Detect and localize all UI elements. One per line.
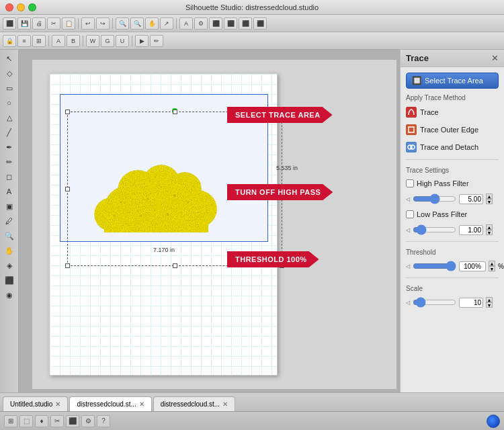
bt-media2[interactable]: ⬛ [66, 415, 79, 427]
threshold-down[interactable]: ▼ [489, 266, 495, 271]
arrow-high-pass: TURN OFF HIGH PASS [227, 184, 333, 200]
tool-4[interactable]: ⬛ [253, 17, 267, 30]
lt-line[interactable]: ╱ [2, 126, 17, 139]
lt-blade[interactable]: ◈ [2, 259, 17, 272]
handle-top-center[interactable] [173, 110, 177, 114]
tool-select[interactable]: ⬛ [3, 17, 16, 30]
tool-text[interactable]: A [179, 17, 193, 30]
tool-2[interactable]: ⬛ [224, 17, 237, 30]
lt-eyedropper[interactable]: 🖊 [2, 214, 17, 228]
tab-untitled[interactable]: Untitled.studio ✕ [3, 396, 68, 411]
high-pass-down[interactable]: ▼ [486, 199, 493, 204]
tab-distressedcloud-2[interactable]: distressedcloud.st... ✕ [153, 396, 235, 411]
left-toolbar: ↖ ◇ ▭ ○ △ ╱ ✒ ✏ ◻ A ▣ 🖊 🔍 ✋ ◈ ⬛ ◉ [0, 50, 19, 392]
tab-bar: Untitled.studio ✕ distressedcloud.st... … [0, 392, 504, 411]
scale-slider[interactable] [413, 299, 456, 306]
tool2-distribute[interactable]: ⊞ [32, 35, 46, 47]
high-pass-up[interactable]: ▲ [486, 194, 493, 199]
lt-pan[interactable]: ✋ [2, 244, 17, 257]
tool-save[interactable]: 💾 [17, 17, 31, 30]
tool-zoom-in[interactable]: 🔍 [116, 17, 129, 30]
tool2-group[interactable]: G [101, 35, 114, 47]
tool2-edit[interactable]: ✏ [150, 35, 163, 47]
scale-input[interactable] [459, 298, 483, 308]
tab-distressedcloud-2-close[interactable]: ✕ [222, 400, 228, 408]
cloud-image [74, 135, 249, 249]
svg-point-12 [161, 187, 162, 188]
select-trace-area-button[interactable]: 🔲 Select Trace Area [406, 73, 499, 89]
tool2-ungroup[interactable]: U [116, 35, 129, 47]
method-detach[interactable]: Trace and Detach [406, 140, 499, 154]
tool2-align[interactable]: ≡ [17, 35, 31, 47]
bt-cut[interactable]: ✂ [50, 415, 64, 427]
bt-help[interactable]: ? [97, 415, 110, 427]
lt-send[interactable]: ◉ [2, 288, 17, 302]
minimize-button[interactable] [17, 3, 25, 11]
tool2-lock[interactable]: 🔒 [3, 35, 16, 47]
scale-up[interactable]: ▲ [486, 297, 493, 302]
high-pass-checkbox[interactable] [406, 179, 414, 187]
high-pass-slider[interactable] [413, 196, 456, 202]
low-pass-down[interactable]: ▼ [486, 230, 493, 235]
close-button[interactable] [5, 3, 13, 11]
lt-pointer[interactable]: ↖ [2, 52, 17, 65]
svg-rect-22 [409, 127, 414, 132]
scale-down[interactable]: ▼ [486, 302, 493, 308]
tab-distressedcloud-1-close[interactable]: ✕ [139, 400, 144, 408]
canvas-area: ✕ [19, 50, 400, 392]
lt-rectangle[interactable]: ▭ [2, 81, 17, 95]
tab-distressedcloud-1[interactable]: distressedcloud.st... ✕ [69, 396, 151, 411]
low-pass-slider[interactable] [413, 226, 456, 233]
handle-top-left[interactable] [65, 110, 70, 114]
lt-polygon[interactable]: △ [2, 111, 17, 124]
tool2-weld[interactable]: W [86, 35, 99, 47]
low-pass-input[interactable] [459, 225, 483, 235]
lt-node[interactable]: ◇ [2, 67, 17, 80]
lt-media[interactable]: ⬛ [2, 273, 17, 287]
tool-undo[interactable]: ↩ [81, 17, 95, 30]
bt-settings2[interactable]: ⚙ [81, 415, 95, 427]
window-controls[interactable] [5, 3, 36, 11]
low-pass-up[interactable]: ▲ [486, 224, 493, 230]
tool-redo[interactable]: ↪ [96, 17, 110, 30]
lt-eraser[interactable]: ◻ [2, 170, 17, 183]
tool-zoom-out[interactable]: 🔍 [130, 17, 144, 30]
tool-1[interactable]: ⬛ [209, 17, 222, 30]
tool-print[interactable]: 🖨 [32, 17, 46, 30]
lt-pen[interactable]: ✒ [2, 140, 17, 154]
tool2-bold[interactable]: B [67, 35, 80, 47]
lt-text[interactable]: A [2, 185, 17, 198]
handle-bot-left[interactable] [65, 263, 70, 268]
handle-mid-left[interactable] [65, 187, 70, 191]
tool-rotate[interactable]: ↗ [160, 17, 173, 30]
bt-layers[interactable]: ⬚ [19, 415, 33, 427]
threshold-up[interactable]: ▲ [489, 261, 495, 266]
lt-zoom[interactable]: 🔍 [2, 229, 17, 243]
bt-grid[interactable]: ⊞ [4, 415, 17, 427]
threshold-input[interactable] [459, 261, 486, 271]
handle-bot-center[interactable] [173, 263, 177, 268]
lt-pencil[interactable]: ✏ [2, 155, 17, 169]
tool2-font[interactable]: A [52, 35, 65, 47]
apply-trace-label: Apply Trace Method [406, 94, 499, 101]
low-pass-label: Low Pass Filter [417, 210, 467, 218]
threshold-slider[interactable] [413, 263, 456, 269]
tool-copy[interactable]: 📋 [62, 17, 75, 30]
maximize-button[interactable] [28, 3, 36, 11]
tool-3[interactable]: ⬛ [239, 17, 252, 30]
svg-point-11 [147, 198, 149, 200]
high-pass-input[interactable] [459, 194, 483, 204]
panel-close-button[interactable]: ✕ [491, 53, 499, 63]
globe-icon[interactable] [487, 415, 500, 428]
low-pass-checkbox[interactable] [406, 210, 414, 218]
tool-pan[interactable]: ✋ [145, 17, 159, 30]
tool2-send[interactable]: ▶ [135, 35, 149, 47]
lt-ellipse[interactable]: ○ [2, 96, 17, 110]
tool-cut[interactable]: ✂ [47, 17, 60, 30]
method-trace[interactable]: Trace [406, 105, 499, 119]
bt-library[interactable]: ♦ [35, 415, 48, 427]
method-outer-edge[interactable]: Trace Outer Edge [406, 123, 499, 136]
tool-settings[interactable]: ⚙ [194, 17, 208, 30]
lt-fill[interactable]: ▣ [2, 200, 17, 213]
tab-untitled-close[interactable]: ✕ [55, 400, 60, 408]
